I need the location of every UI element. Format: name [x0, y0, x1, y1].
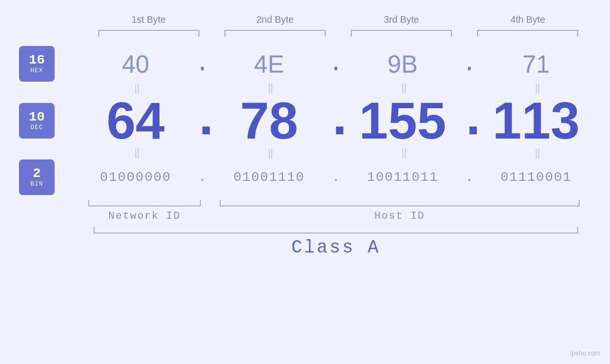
id-labels: Network ID Host ID — [81, 210, 591, 222]
hex-val-1: 40 — [81, 50, 190, 78]
dec-val-2: 78 — [214, 94, 324, 147]
bracket-top-1 — [98, 30, 199, 37]
dec-dot-2: . — [324, 94, 348, 147]
bracket-bottom-host — [220, 200, 580, 206]
class-a-label: Class A — [81, 237, 591, 258]
dec-row: 10 DEC 64 . 78 . 155 . 113 — [19, 94, 591, 147]
class-section: Class A — [19, 227, 591, 258]
byte1-header: 1st Byte — [85, 14, 212, 25]
dec-val-3: 155 — [348, 94, 458, 147]
eq-data-2: ‖ ‖ ‖ ‖ — [81, 147, 591, 159]
hex-badge-label: HEX — [30, 67, 43, 74]
hex-val-2: 4E — [214, 50, 324, 78]
bin-data-slot: 01000000 . 01001110 . 10011011 . 0111000… — [81, 170, 591, 185]
bin-badge-slot: 2 BIN — [19, 159, 81, 195]
bin-val-2: 01001110 — [214, 170, 324, 185]
hex-data-slot: 40 . 4E . 9B . 71 — [81, 50, 591, 78]
bottom-section: Network ID Host ID — [19, 200, 591, 222]
bin-val-4: 01110001 — [481, 170, 591, 185]
bracket-top-3 — [351, 30, 452, 37]
top-brackets — [19, 30, 591, 37]
dec-badge: 10 DEC — [19, 103, 55, 139]
dec-badge-label: DEC — [30, 124, 43, 131]
bin-dot-3: . — [458, 170, 481, 185]
class-bracket — [94, 227, 578, 233]
bracket-bottom-net — [88, 200, 201, 206]
bin-dot-1: . — [190, 170, 214, 185]
byte4-header: 4th Byte — [465, 14, 591, 25]
byte2-header: 2nd Byte — [212, 14, 338, 25]
network-id-label: Network ID — [81, 210, 208, 222]
bottom-brackets — [81, 200, 591, 206]
hex-val-4: 71 — [481, 50, 591, 78]
hex-dot-1: . — [190, 50, 214, 77]
dec-val-4: 113 — [481, 94, 591, 147]
hex-dot-3: . — [458, 50, 481, 77]
bin-badge: 2 BIN — [19, 159, 55, 195]
class-bracket-wrap — [81, 227, 591, 233]
bin-badge-number: 2 — [33, 167, 41, 180]
hex-badge-number: 16 — [29, 54, 45, 67]
bin-badge-label: BIN — [30, 180, 43, 187]
bin-dot-2: . — [324, 170, 348, 185]
dec-badge-number: 10 — [29, 111, 45, 124]
bin-val-1: 01000000 — [81, 170, 190, 185]
hex-badge: 16 HEX — [19, 46, 55, 82]
host-id-label: Host ID — [208, 210, 591, 222]
bin-row: 2 BIN 01000000 . 01001110 . 10011011 . 0… — [19, 159, 591, 195]
hex-badge-slot: 16 HEX — [19, 46, 81, 82]
dec-badge-slot: 10 DEC — [19, 103, 81, 139]
byte3-header: 3rd Byte — [338, 14, 465, 25]
watermark: ipshu.com — [570, 349, 601, 357]
byte-headers: 1st Byte 2nd Byte 3rd Byte 4th Byte — [19, 14, 591, 25]
hex-val-3: 9B — [348, 50, 458, 78]
dec-val-1: 64 — [81, 94, 190, 147]
dec-data-slot: 64 . 78 . 155 . 113 — [81, 94, 591, 147]
dec-dot-3: . — [458, 94, 481, 147]
bracket-top-2 — [225, 30, 326, 37]
bracket-top-4 — [477, 30, 578, 37]
dec-dot-1: . — [190, 94, 214, 147]
bin-val-3: 10011011 — [348, 170, 458, 185]
main-container: 1st Byte 2nd Byte 3rd Byte 4th Byte 16 H… — [0, 0, 610, 364]
hex-dot-2: . — [324, 50, 348, 77]
equals-row-2: ‖ ‖ ‖ ‖ — [19, 147, 591, 159]
hex-row: 16 HEX 40 . 4E . 9B . 71 — [19, 46, 591, 82]
